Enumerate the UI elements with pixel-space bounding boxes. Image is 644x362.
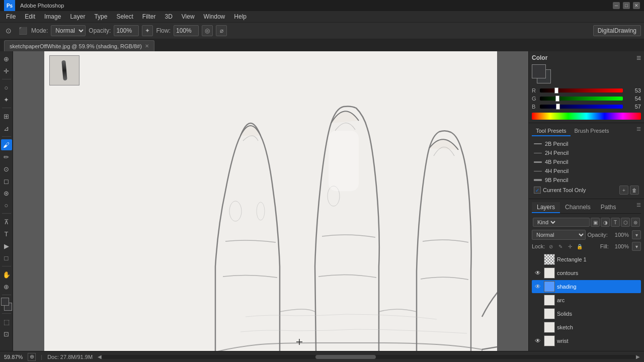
g-slider[interactable] — [540, 97, 623, 101]
foreground-color-swatch[interactable] — [1, 298, 9, 306]
r-slider-thumb[interactable] — [554, 87, 558, 94]
brush-tool[interactable]: 🖌 — [1, 139, 12, 150]
eraser-tool[interactable]: ◻ — [1, 175, 12, 187]
b-slider-thumb[interactable] — [556, 104, 560, 110]
minimize-button[interactable]: ─ — [613, 2, 620, 9]
frame-tool[interactable]: ⊡ — [1, 328, 12, 339]
opacity-options-btn[interactable]: ▾ — [632, 230, 641, 239]
scroll-left-arrow[interactable]: ◀ — [98, 354, 102, 359]
pen-tool[interactable]: ⊼ — [1, 216, 12, 227]
filter-by-shape-btn[interactable]: ⬡ — [621, 218, 630, 227]
horizontal-scrollbar[interactable]: ◀ ▶ — [98, 354, 640, 359]
color-panel-menu-icon[interactable]: ☰ — [636, 55, 641, 61]
visibility-sketch[interactable] — [534, 323, 542, 331]
layers-filter-select[interactable]: Kind — [535, 219, 557, 226]
preset-4h-pencil[interactable]: 4H Pencil — [532, 166, 641, 175]
layer-contours[interactable]: 👁 contours — [532, 266, 641, 280]
blend-mode-select[interactable]: Normal — [532, 230, 586, 240]
layer-sketch[interactable]: sketch — [532, 321, 641, 334]
menu-item-window[interactable]: Window — [200, 12, 229, 21]
scroll-right-arrow[interactable]: ▶ — [636, 354, 640, 359]
foreground-color-swatch[interactable] — [532, 64, 546, 78]
scroll-handle[interactable] — [315, 355, 376, 359]
presets-panel-menu[interactable]: ☰ — [636, 126, 641, 136]
airbrush-button[interactable]: ✦ — [142, 25, 153, 36]
preset-delete-button[interactable]: 🗑 — [630, 186, 639, 195]
quick-mask-tool[interactable]: ⬚ — [1, 316, 12, 327]
status-canvas-icon[interactable]: ⊕ — [28, 353, 36, 361]
magic-wand-tool[interactable]: ✦ — [1, 94, 12, 105]
crop-tool[interactable]: ⊞ — [1, 111, 12, 122]
menu-item-image[interactable]: Image — [40, 12, 65, 21]
tab-brush-presets[interactable]: Brush Presets — [571, 126, 613, 136]
filter-by-type-btn[interactable]: T — [611, 218, 620, 227]
marquee-tool[interactable]: ⊕ — [1, 53, 12, 64]
tab-paths[interactable]: Paths — [596, 202, 621, 213]
clone-tool[interactable]: ⊙ — [1, 163, 12, 174]
menu-item-filter[interactable]: Filter — [138, 12, 160, 21]
menu-item-layer[interactable]: Layer — [66, 12, 89, 21]
path-select-tool[interactable]: ▶ — [1, 240, 12, 251]
move-tool[interactable]: ✛ — [1, 65, 12, 76]
preset-9b-pencil[interactable]: 9B Pencil — [532, 175, 641, 185]
visibility-wrist[interactable]: 👁 — [534, 337, 542, 345]
filter-by-adjustment-btn[interactable]: ◑ — [601, 218, 610, 227]
preset-4b-pencil[interactable]: 4B Pencil — [532, 157, 641, 166]
visibility-arc[interactable] — [534, 296, 542, 304]
lock-pixels-btn[interactable]: ✎ — [556, 242, 565, 250]
scroll-track[interactable] — [102, 355, 636, 359]
visibility-contours[interactable]: 👁 — [534, 269, 542, 277]
lock-position-btn[interactable]: ✛ — [566, 242, 574, 250]
flow-input[interactable] — [174, 25, 199, 36]
layer-solids[interactable]: Solids — [532, 307, 641, 320]
g-slider-thumb[interactable] — [555, 96, 559, 102]
document-tab[interactable]: sketchpaperOffWhite.jpg @ 59.9% (shading… — [4, 40, 154, 51]
current-tool-checkbox[interactable]: ✓ — [534, 187, 541, 194]
mode-select[interactable]: Normal — [51, 25, 86, 36]
tab-tool-presets[interactable]: Tool Presets — [532, 126, 571, 136]
menu-item-view[interactable]: View — [178, 12, 199, 21]
opacity-input[interactable] — [114, 25, 139, 36]
visibility-rectangle1[interactable] — [534, 255, 542, 263]
color-swatches-display[interactable] — [532, 64, 551, 83]
smoothing-button[interactable]: ◎ — [202, 25, 213, 36]
lasso-tool[interactable]: ○ — [1, 82, 12, 93]
tab-layers[interactable]: Layers — [532, 202, 560, 213]
maximize-button[interactable]: □ — [623, 2, 630, 9]
preset-new-button[interactable]: + — [619, 186, 628, 195]
menu-item-file[interactable]: File — [2, 12, 20, 21]
color-spectrum[interactable] — [532, 113, 641, 120]
fill-options-btn[interactable]: ▾ — [632, 242, 641, 251]
eyedropper-tool[interactable]: ⊿ — [1, 123, 12, 134]
pencil-tool[interactable]: ✏ — [1, 151, 12, 162]
visibility-shading[interactable]: 👁 — [534, 283, 542, 291]
brush-size-icon[interactable]: ⬛ — [17, 25, 28, 36]
menu-item-type[interactable]: Type — [90, 12, 111, 21]
type-tool[interactable]: T — [1, 228, 12, 239]
preset-2h-pencil[interactable]: 2H Pencil — [532, 148, 641, 157]
r-slider[interactable] — [540, 88, 623, 93]
menu-item-select[interactable]: Select — [112, 12, 137, 21]
zoom-tool[interactable]: ⊕ — [1, 281, 12, 292]
close-button[interactable]: ✕ — [633, 2, 640, 9]
color-swatches[interactable] — [1, 298, 12, 311]
layer-arc[interactable]: arc — [532, 294, 641, 307]
preset-2b-pencil[interactable]: 2B Pencil — [532, 139, 641, 148]
layers-panel-menu[interactable]: ☰ — [636, 202, 641, 213]
dodge-tool[interactable]: ○ — [1, 200, 12, 211]
angle-button[interactable]: ⌀ — [216, 25, 227, 36]
layer-rectangle1[interactable]: Rectangle 1 — [532, 253, 641, 266]
filter-by-pixel-btn[interactable]: ▣ — [591, 218, 600, 227]
layer-wrist[interactable]: 👁 wrist — [532, 334, 641, 347]
menu-item-3d[interactable]: 3D — [160, 12, 176, 21]
lock-all-btn[interactable]: 🔒 — [576, 242, 584, 250]
blur-tool[interactable]: ⊛ — [1, 188, 12, 199]
hand-tool[interactable]: ✋ — [1, 269, 12, 280]
tab-close-button[interactable]: ✕ — [145, 43, 149, 49]
workspace-label[interactable]: DigitalDrawing — [593, 25, 641, 36]
layer-shading[interactable]: 👁 shading — [532, 280, 641, 293]
menu-item-edit[interactable]: Edit — [21, 12, 39, 21]
b-slider[interactable] — [540, 105, 623, 109]
menu-item-help[interactable]: Help — [230, 12, 251, 21]
tab-channels[interactable]: Channels — [560, 202, 596, 213]
